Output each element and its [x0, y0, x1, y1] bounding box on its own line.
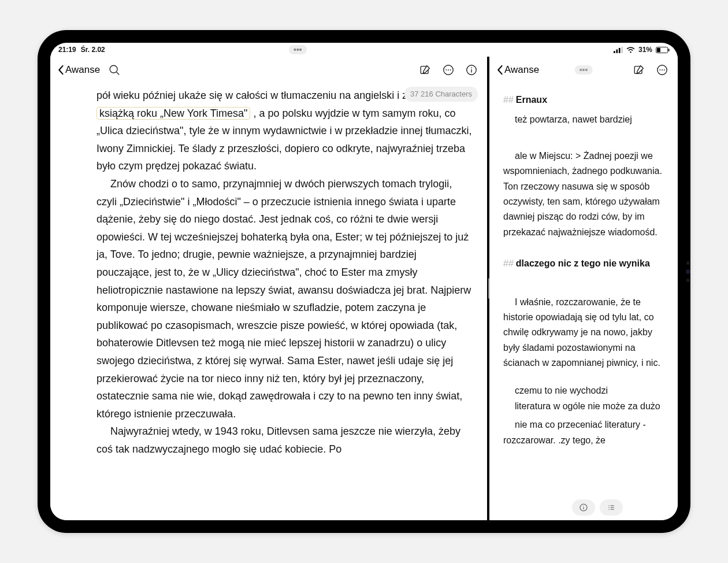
heading: ##Ernaux: [503, 92, 664, 108]
svg-line-9: [117, 72, 120, 75]
ellipsis-circle-icon: [656, 64, 668, 76]
cellular-signal-icon: [614, 47, 623, 53]
ipad-frame: 21:19 Śr. 2.02 ••• 31%: [38, 30, 690, 533]
note-block: ale w Miejscu: > Żadnej poezji we wspomn…: [503, 149, 664, 240]
multitask-pill-icon[interactable]: •••: [289, 45, 307, 54]
svg-point-20: [659, 69, 660, 71]
note-line: literatura w ogóle nie może za dużo: [503, 399, 664, 414]
sensor-dot: [686, 279, 690, 282]
svg-point-13: [448, 69, 449, 71]
status-bar: 21:19 Śr. 2.02 ••• 31%: [50, 43, 678, 57]
info-pill-button[interactable]: [572, 499, 595, 516]
left-toolbar: Awanse: [50, 57, 487, 83]
camera-cluster: [686, 261, 690, 282]
more-button[interactable]: [440, 61, 457, 79]
paragraph: Znów chodzi o to samo, przynajmniej w dw…: [96, 175, 472, 423]
chevron-left-icon: [496, 65, 503, 75]
compose-button[interactable]: [417, 61, 434, 79]
highlighted-text: książką roku „New York Timesa": [96, 107, 250, 120]
info-button[interactable]: [463, 61, 480, 79]
svg-rect-1: [616, 49, 618, 53]
ellipsis-circle-icon: [442, 64, 455, 76]
compose-icon: [633, 64, 645, 76]
heading: ##dlaczego nic z tego nie wynika: [503, 256, 664, 271]
right-toolbar: Awanse •••: [489, 57, 678, 83]
status-time: 21:19: [58, 46, 76, 54]
svg-point-24: [583, 506, 584, 506]
compose-icon: [419, 64, 432, 76]
list-icon: [607, 503, 616, 512]
left-document-content[interactable]: 37 216 Characters pół wieku później ukaż…: [50, 83, 487, 520]
camera-dot: [686, 269, 690, 274]
floating-tools: [572, 499, 623, 516]
svg-point-28: [608, 507, 609, 508]
wifi-icon: [626, 47, 635, 53]
battery-icon: [656, 47, 670, 53]
note-line: też powtarza, nawet bardziej: [503, 112, 664, 127]
svg-point-8: [110, 65, 117, 73]
svg-point-22: [664, 69, 665, 71]
info-circle-icon: [465, 64, 478, 76]
search-button[interactable]: [106, 61, 123, 79]
status-date: Śr. 2.02: [81, 46, 105, 54]
svg-point-16: [471, 67, 472, 68]
split-view: Awanse 37: [50, 57, 678, 520]
svg-rect-7: [668, 49, 670, 51]
svg-point-4: [630, 51, 631, 52]
svg-point-12: [445, 69, 447, 71]
right-pane: Awanse ••• ##Ernaux też powtarza, n: [489, 57, 678, 520]
svg-point-21: [662, 69, 663, 71]
right-document-content[interactable]: ##Ernaux też powtarza, nawet bardziej al…: [489, 83, 678, 520]
back-button[interactable]: Awanse: [57, 64, 100, 76]
left-pane: Awanse 37: [50, 57, 489, 520]
svg-rect-6: [657, 47, 660, 51]
svg-point-30: [608, 509, 609, 510]
paragraph: Najwyraźniej wtedy, w 1943 roku, Ditlevs…: [96, 423, 472, 458]
back-label: Awanse: [65, 64, 100, 76]
search-icon: [108, 64, 121, 76]
back-label: Awanse: [504, 64, 539, 76]
character-count-badge: 37 216 Characters: [404, 87, 478, 102]
outline-pill-button[interactable]: [600, 499, 623, 516]
screen: 21:19 Śr. 2.02 ••• 31%: [50, 43, 678, 520]
svg-rect-0: [614, 51, 615, 53]
multitask-pill-icon[interactable]: •••: [575, 65, 593, 75]
svg-rect-2: [619, 47, 621, 53]
svg-rect-3: [621, 47, 623, 53]
svg-point-26: [608, 505, 609, 506]
info-circle-icon: [579, 503, 588, 512]
chevron-left-icon: [57, 65, 64, 75]
note-block: I właśnie, rozczarowanie, że te historie…: [503, 295, 664, 371]
compose-button[interactable]: [630, 61, 648, 79]
svg-point-14: [450, 69, 451, 71]
back-button[interactable]: Awanse: [496, 64, 539, 76]
sensor-dot: [686, 261, 690, 265]
note-line: nie ma co przeceniać literatury - rozcza…: [503, 417, 664, 448]
more-button[interactable]: [653, 61, 671, 79]
battery-percentage: 31%: [638, 46, 652, 54]
note-line: czemu to nie wychodzi: [503, 383, 664, 398]
